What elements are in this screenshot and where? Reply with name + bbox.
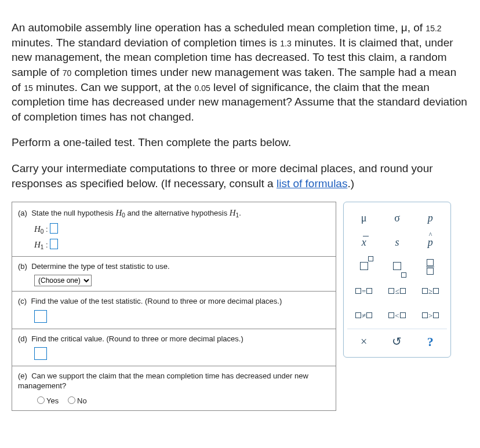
part-tag: (e) [18, 371, 27, 380]
part-b-prompt: Determine the type of test statistic to … [31, 262, 169, 271]
part-e: (e) Can we support the claim that the me… [12, 366, 336, 411]
reset-button[interactable]: ↺ [380, 329, 413, 354]
phat-button[interactable]: p [414, 230, 447, 254]
h1-line: H1 : [34, 239, 330, 252]
problem-statement: An automobile assembly line operation ha… [12, 20, 468, 191]
no-radio[interactable] [68, 396, 75, 404]
gt-button[interactable]: > [414, 303, 447, 327]
critical-value-input[interactable] [34, 347, 47, 360]
ge-button[interactable]: ≥ [414, 279, 447, 303]
h0-input[interactable] [50, 223, 58, 234]
symbol-palette: μ σ p x s p = ≤ ≥ ≠ < > × ↺ ? [343, 202, 451, 358]
value-alpha: 0.05 [195, 83, 210, 93]
problem-paragraph-3: Carry your intermediate computations to … [12, 161, 468, 191]
no-option[interactable]: No [65, 396, 87, 405]
mu-button[interactable]: μ [347, 206, 380, 230]
superscript-button[interactable] [347, 254, 380, 279]
lt-button[interactable]: < [380, 303, 413, 327]
part-a-prompt: State the null hypothesis H0 and the alt… [31, 209, 241, 217]
value-sigma: 1.3 [280, 39, 291, 48]
part-d: (d) Find the critical value. (Round to t… [12, 329, 336, 366]
fraction-button[interactable] [414, 254, 447, 279]
part-c-prompt: Find the value of the test statistic. (R… [31, 297, 282, 305]
yes-radio[interactable] [37, 396, 45, 404]
clear-button[interactable]: × [347, 329, 380, 354]
problem-paragraph-2: Perform a one-tailed test. Then complete… [12, 135, 468, 150]
s-button[interactable]: s [380, 230, 413, 254]
work-area: (a) State the null hypothesis H0 and the… [12, 202, 468, 411]
part-tag: (c) [18, 297, 27, 305]
text: Carry your intermediate computations to … [12, 162, 433, 190]
test-statistic-input[interactable] [34, 310, 47, 323]
help-icon: ? [427, 333, 434, 351]
part-tag: (a) [18, 209, 27, 217]
part-tag: (d) [18, 334, 27, 343]
h1-input[interactable] [50, 239, 58, 249]
part-c: (c) Find the value of the test statistic… [12, 292, 336, 329]
part-b: (b) Determine the type of test statistic… [12, 257, 336, 292]
subscript-button[interactable] [380, 254, 413, 279]
value-mu: 15.2 [426, 24, 441, 33]
part-tag: (b) [18, 262, 27, 271]
equals-button[interactable]: = [347, 279, 380, 303]
help-button[interactable]: ? [414, 329, 447, 354]
answer-panel: (a) State the null hypothesis H0 and the… [12, 202, 336, 411]
h0-line: H0 : [34, 223, 330, 236]
sigma-button[interactable]: σ [380, 206, 413, 230]
problem-paragraph-1: An automobile assembly line operation ha… [12, 20, 468, 124]
value-xbar: 15 [24, 83, 33, 93]
text: An automobile assembly line operation ha… [12, 21, 426, 34]
test-statistic-select[interactable]: (Choose one) [34, 275, 92, 286]
ne-button[interactable]: ≠ [347, 303, 380, 327]
value-n: 70 [63, 68, 72, 78]
h0-symbol: H [34, 224, 41, 234]
close-icon: × [361, 334, 367, 349]
text: minutes. Can we support, at the [33, 81, 195, 93]
text: .) [347, 177, 354, 190]
text: minutes. The standard deviation of compl… [12, 37, 280, 49]
h1-symbol: H [34, 240, 41, 249]
part-e-prompt: Can we support the claim that the mean c… [18, 371, 308, 391]
formulas-link[interactable]: list of formulas [277, 177, 347, 190]
yes-option[interactable]: Yes [34, 396, 59, 405]
xbar-button[interactable]: x [347, 230, 380, 254]
le-button[interactable]: ≤ [380, 279, 413, 303]
part-a: (a) State the null hypothesis H0 and the… [12, 202, 336, 257]
yes-no-group: Yes No [34, 395, 330, 406]
reset-icon: ↺ [392, 334, 402, 349]
p-button[interactable]: p [414, 206, 447, 230]
part-d-prompt: Find the critical value. (Round to three… [31, 334, 243, 343]
